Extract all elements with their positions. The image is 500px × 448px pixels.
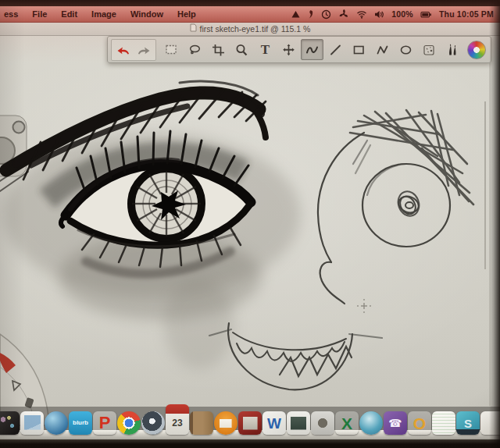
tools-toolbar: T (107, 36, 491, 63)
undo-redo-panel (111, 39, 156, 61)
line-icon (329, 44, 342, 56)
redo-arrow-icon (137, 44, 151, 55)
chrome-dock-icon[interactable] (117, 411, 141, 435)
move-tool[interactable] (277, 39, 300, 60)
marquee-select-tool[interactable] (160, 39, 183, 60)
zoom-tool[interactable] (230, 39, 253, 60)
fan-icon[interactable] (338, 9, 349, 20)
screen-bezel-top (0, 0, 500, 6)
crop-icon (212, 44, 225, 56)
dock-items: blurbP23WX☎OS (0, 404, 500, 435)
undo-arrow-icon (116, 44, 130, 55)
rectangle-tool[interactable] (348, 39, 370, 60)
brushes-tool[interactable] (441, 39, 464, 60)
excel-x-dock-icon[interactable]: X (335, 411, 359, 435)
menu-file[interactable]: File (25, 9, 54, 19)
word-w-dock-icon[interactable]: W (262, 411, 286, 435)
photos-collage-dock-icon[interactable] (0, 411, 20, 435)
curve-tool[interactable] (301, 39, 323, 60)
undo-button[interactable] (114, 41, 133, 59)
blue-globe-app-dock-icon[interactable] (45, 411, 68, 435)
menu-items: essFileEditImageWindowHelp (0, 9, 203, 19)
polyline-tool[interactable] (371, 39, 394, 60)
blurb-dock-icon[interactable]: blurb (69, 411, 92, 435)
mail-stamp-dock-icon[interactable] (20, 411, 44, 435)
wifi-icon[interactable] (356, 9, 367, 19)
camera-lens-dock-icon[interactable] (141, 411, 165, 435)
pattern-stamp-icon (423, 44, 436, 56)
ellipse-icon (399, 44, 412, 56)
clock-icon[interactable] (321, 9, 331, 20)
menu-ess[interactable]: ess (0, 9, 25, 19)
polyline-icon (376, 44, 389, 56)
gray-board-app-dock-icon[interactable] (311, 411, 334, 435)
battery-percent: 100% (391, 9, 413, 19)
text-tool-icon: T (261, 43, 270, 56)
viber-dock-icon[interactable]: ☎ (384, 411, 407, 435)
outlook-o-dock-icon[interactable]: O (408, 411, 431, 435)
color-wheel-icon (467, 41, 486, 59)
text-tool[interactable]: T (254, 39, 277, 60)
document-proxy-icon (190, 23, 197, 34)
menu-status-area: 100% Thu 10:05 PM (291, 9, 500, 20)
lasso-select-tool[interactable] (184, 39, 206, 60)
menu-image[interactable]: Image (84, 9, 123, 19)
photographed-screen: essFileEditImageWindowHelp 100% Thu 10:0… (0, 0, 500, 448)
brown-book-dock-icon[interactable] (190, 411, 213, 435)
move-arrows-icon (282, 44, 295, 56)
redo-button[interactable] (134, 41, 153, 59)
menu-clock[interactable]: Thu 10:05 PM (439, 9, 494, 19)
comma-icon[interactable] (307, 9, 314, 19)
window-title-bar[interactable]: first sketch-eye1.tif @ 115.1 % (0, 22, 500, 36)
window-title: first sketch-eye1.tif @ 115.1 % (200, 24, 311, 34)
menu-bar: essFileEditImageWindowHelp 100% Thu 10:0… (0, 6, 500, 23)
red-photo-frame-dock-icon[interactable] (238, 411, 262, 435)
menu-edit[interactable]: Edit (54, 9, 84, 19)
screen-bezel-bottom (0, 439, 500, 448)
ellipse-tool[interactable] (395, 39, 417, 60)
lasso-icon (188, 44, 202, 56)
curve-squiggle-icon (305, 44, 319, 56)
receipt-app-dock-icon[interactable] (432, 411, 455, 435)
volume-icon[interactable] (374, 9, 384, 20)
app-triangle-icon[interactable] (291, 10, 300, 19)
color-wheel-tool[interactable] (465, 39, 488, 60)
red-p-app-dock-icon[interactable]: P (93, 411, 116, 435)
storyboard-app-dock-icon[interactable] (287, 411, 310, 435)
pattern-stamp-tool[interactable] (418, 39, 441, 60)
rectangle-icon (352, 44, 366, 56)
battery-icon[interactable] (420, 9, 432, 20)
line-tool[interactable] (324, 39, 347, 60)
brushes-icon (446, 44, 459, 56)
calendar-23-dock-icon[interactable]: 23 (166, 404, 189, 435)
menu-window[interactable]: Window (123, 9, 170, 19)
marquee-icon (165, 44, 178, 56)
ibooks-dock-icon[interactable] (214, 411, 238, 435)
teal-s-app-dock-icon[interactable]: S (456, 411, 480, 435)
menu-help[interactable]: Help (170, 9, 203, 19)
drawing-canvas[interactable] (0, 35, 500, 439)
earth-avatar-app-dock-icon[interactable] (359, 411, 383, 435)
white-box-app-dock-icon[interactable] (480, 411, 500, 435)
dock: blurbP23WX☎OS (0, 407, 500, 439)
magnifier-icon (235, 44, 248, 56)
crop-tool[interactable] (207, 39, 230, 60)
